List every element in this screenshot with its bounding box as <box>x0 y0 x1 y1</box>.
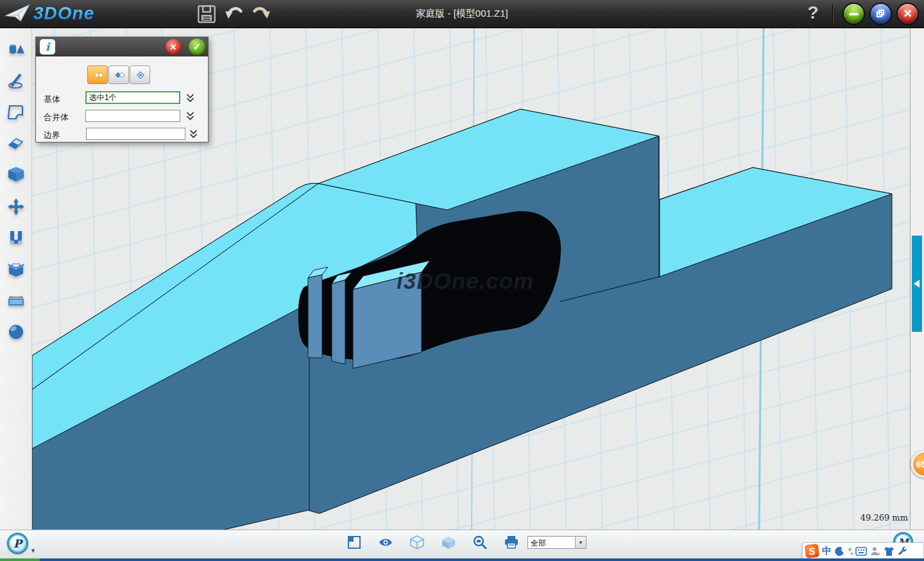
boundary-field-label: 边界 <box>44 130 60 141</box>
badge-caret-icon[interactable]: ▼ <box>30 548 36 554</box>
ime-keyboard-icon[interactable] <box>855 547 867 556</box>
titlebar-divider <box>832 4 833 24</box>
print-icon[interactable] <box>504 535 519 550</box>
ime-moon-icon[interactable] <box>835 546 845 557</box>
zoom-search-icon[interactable] <box>472 535 488 550</box>
left-toolbar <box>0 28 32 530</box>
subtract-diamonds-icon <box>112 70 126 80</box>
merge-field-input[interactable] <box>85 110 180 122</box>
ime-person-badge: 19 <box>876 552 880 556</box>
properties-badge[interactable]: P <box>7 533 28 554</box>
dialog-confirm-button[interactable]: ✓ <box>189 39 205 55</box>
display-filter-dropdown[interactable]: 全部 ▼ <box>527 536 586 549</box>
bottom-bar: P ▼ <box>0 530 924 558</box>
close-icon: ✕ <box>903 8 912 19</box>
mode-add-button[interactable] <box>87 65 108 84</box>
basic-solids-icon[interactable] <box>7 41 25 59</box>
ime-logo[interactable]: S <box>805 544 819 558</box>
help-button[interactable]: ? <box>803 3 823 23</box>
boundary-field-input[interactable] <box>86 128 185 140</box>
move-transform-icon[interactable] <box>7 198 25 216</box>
close-button[interactable]: ✕ <box>898 4 918 24</box>
minimize-button[interactable] <box>844 4 864 24</box>
dialog-header: i ✕ ✓ <box>36 37 208 56</box>
boundary-expand-chevron-icon[interactable] <box>189 129 198 139</box>
sketch-plane-icon[interactable] <box>7 103 25 121</box>
minimize-icon <box>849 13 859 15</box>
info-icon: i <box>40 39 55 55</box>
filter-value: 全部 <box>528 537 575 548</box>
feature-cube-icon[interactable] <box>7 166 25 184</box>
chevron-left-icon <box>913 280 921 288</box>
intersect-diamond-icon <box>133 70 147 80</box>
model-fin-2 <box>332 280 345 364</box>
ime-toolbar: S 中 °, 19 <box>802 542 924 560</box>
combine-dialog: i ✕ ✓ <box>35 37 209 142</box>
merge-expand-chevron-icon[interactable] <box>185 111 195 121</box>
dialog-cancel-button[interactable]: ✕ <box>166 39 181 55</box>
measure-icon[interactable] <box>7 291 25 309</box>
taskbar-strip <box>0 558 924 561</box>
restore-icon <box>877 10 885 18</box>
document-title: 家庭版 - [模型001.Z1] <box>0 8 924 20</box>
base-field-label: 基体 <box>44 94 60 105</box>
app-window: 3DOne 家庭版 - [模型001.Z1] ? ✕ <box>0 0 924 561</box>
title-bar: 3DOne 家庭版 - [模型001.Z1] ? ✕ <box>0 0 924 28</box>
base-field-input[interactable] <box>85 91 180 104</box>
render-sphere-icon[interactable] <box>7 323 25 341</box>
add-diamonds-icon <box>90 70 105 80</box>
view-pane-icon[interactable] <box>346 535 362 550</box>
ime-language-toggle[interactable]: 中 <box>822 545 832 557</box>
visibility-eye-icon[interactable] <box>378 535 393 550</box>
mode-subtract-button[interactable] <box>108 65 129 84</box>
watermark: i3DOne.com <box>397 268 534 293</box>
assembly-box-icon[interactable] <box>7 261 25 279</box>
measurement-readout: 49.269 mm <box>837 513 908 522</box>
ime-skin-tshirt-icon[interactable] <box>884 546 894 557</box>
sketch-icon[interactable] <box>7 72 25 90</box>
mode-intersect-button[interactable] <box>130 65 150 84</box>
base-expand-chevron-icon[interactable] <box>185 93 195 103</box>
shaded-cube-icon[interactable] <box>441 535 456 550</box>
ime-person-icon[interactable]: 19 <box>870 546 880 557</box>
ime-punctuation-toggle[interactable]: °, <box>848 547 852 556</box>
panel-flyout-tab[interactable] <box>912 236 922 332</box>
restore-button[interactable] <box>871 4 891 24</box>
boolean-mode-tabs <box>87 65 150 84</box>
ime-settings-wrench-icon[interactable] <box>898 546 908 557</box>
dropdown-arrow-icon[interactable]: ▼ <box>575 537 586 548</box>
trim-eraser-icon[interactable] <box>7 134 25 152</box>
merge-field-label: 合并体 <box>44 112 69 123</box>
constraint-magnet-icon[interactable] <box>7 229 25 247</box>
wireframe-cube-icon[interactable] <box>409 535 425 550</box>
model-fin-1 <box>308 275 322 358</box>
